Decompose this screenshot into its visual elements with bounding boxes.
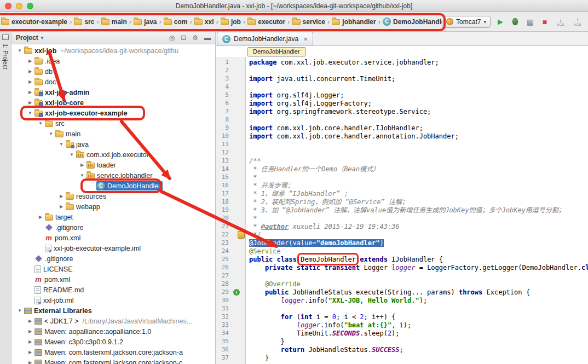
collapsed-arrow-icon[interactable]: ▶: [26, 100, 34, 105]
tree-row[interactable]: ▶resources: [11, 191, 215, 201]
tree-row[interactable]: CDemoJobHandler: [11, 181, 215, 191]
tree-row[interactable]: ▶doc: [11, 77, 215, 87]
code-line[interactable]: public JobHandleStatus execute(String...…: [249, 288, 588, 297]
tree-item[interactable]: main: [55, 130, 83, 138]
code-line[interactable]: [249, 141, 588, 149]
chevron-down-icon[interactable]: ▾: [41, 35, 44, 41]
breadcrumb-item[interactable]: executor: [247, 18, 285, 26]
expanded-arrow-icon[interactable]: ▼: [68, 152, 76, 157]
code-line[interactable]: logger.info("XXL-JOB, Hello World.");: [249, 297, 588, 305]
tree-row[interactable]: README.md: [11, 285, 215, 295]
tree-item[interactable]: Maven: com.fasterxml.jackson.core:jackso…: [34, 359, 185, 364]
breadcrumb-item[interactable]: src: [74, 18, 94, 26]
tree-item[interactable]: Maven: aopalliance:aopalliance:1.0: [34, 327, 153, 336]
code-line[interactable]: [249, 67, 588, 75]
breadcrumb-item[interactable]: executor-example: [1, 18, 67, 26]
code-line[interactable]: *: [249, 215, 588, 223]
code-line[interactable]: [249, 116, 588, 124]
code-line[interactable]: import com.xxl.job.core.handler.IJobHand…: [249, 124, 588, 132]
tab-close-icon[interactable]: ✕: [303, 36, 308, 42]
code-line[interactable]: logger.info("beat at:{}", i);: [249, 321, 588, 330]
code-line[interactable]: [249, 272, 588, 280]
tree-row[interactable]: .gitignore: [11, 222, 215, 233]
expanded-arrow-icon[interactable]: ▼: [47, 131, 55, 136]
tree-row[interactable]: ▼src: [11, 118, 215, 129]
code-line[interactable]: public class DemoJobHandler extends IJob…: [249, 256, 588, 264]
run-config-select[interactable]: Tomcat7 ▾: [442, 16, 491, 28]
tree-item[interactable]: resources: [65, 192, 108, 201]
collapsed-arrow-icon[interactable]: ▶: [26, 360, 34, 364]
tree-row[interactable]: ▶loader: [11, 160, 215, 170]
breadcrumb-item[interactable]: main: [101, 18, 127, 26]
collapsed-arrow-icon[interactable]: ▶: [26, 329, 34, 334]
project-view-title[interactable]: Project: [16, 34, 38, 42]
tree-row[interactable]: ▼java: [11, 139, 215, 149]
tree-row[interactable]: ▶xxl-job-admin: [11, 87, 215, 97]
tree-item[interactable]: External Libraries: [24, 307, 94, 315]
tree-item[interactable]: xxl-job-admin: [34, 88, 91, 97]
code-line[interactable]: return JobHandleStatus.SUCCESS;: [249, 346, 588, 354]
code-line[interactable]: * 2、装配到Spring，例如加 “@Service” 注解；: [249, 198, 588, 206]
breadcrumb-item[interactable]: xxl: [194, 18, 214, 26]
tree-item[interactable]: < JDK1.7 >/Library/Java/JavaVirtualMachi…: [34, 317, 194, 326]
breadcrumb-item[interactable]: java: [134, 18, 157, 26]
tree-row[interactable]: ▶Maven: com.fasterxml.jackson.core:jacks…: [11, 347, 215, 357]
tree-row[interactable]: ▼main: [11, 129, 215, 139]
tree-item[interactable]: java: [65, 140, 91, 149]
tree-row[interactable]: ▶Maven: aopalliance:aopalliance:1.0: [11, 326, 215, 337]
run-button[interactable]: ▶: [495, 17, 505, 27]
window-zoom-button[interactable]: [27, 3, 33, 9]
tree-row[interactable]: ▼External Libraries: [11, 305, 215, 316]
code-line[interactable]: package com.xxl.job.executor.service.job…: [249, 59, 588, 67]
code-line[interactable]: import org.springframework.stereotype.Se…: [249, 108, 588, 116]
tree-row[interactable]: ▶Maven: c3p0:c3p0:0.9.1.2: [11, 337, 215, 347]
project-tool-window-icon[interactable]: [2, 34, 9, 40]
expanded-arrow-icon[interactable]: ▼: [16, 308, 24, 313]
expanded-arrow-icon[interactable]: ▼: [78, 173, 86, 178]
collapsed-arrow-icon[interactable]: ▶: [26, 69, 34, 74]
collapsed-arrow-icon[interactable]: ▶: [37, 215, 44, 219]
code-line[interactable]: @Override: [249, 280, 588, 288]
tree-item[interactable]: CDemoJobHandler: [96, 181, 163, 190]
tree-row[interactable]: ▶xxl-job-core: [11, 97, 215, 108]
code-line[interactable]: import java.util.concurrent.TimeUnit;: [249, 75, 588, 83]
collapsed-arrow-icon[interactable]: ▶: [26, 59, 34, 63]
window-minimize-button[interactable]: [16, 3, 22, 9]
tree-row[interactable]: mpom.xml: [11, 233, 215, 243]
code-line[interactable]: * 任务Handler的一个Demo（Bean模式）: [249, 165, 588, 174]
tree-row[interactable]: ▶target: [11, 212, 215, 222]
stop-button[interactable]: ■: [540, 17, 550, 27]
code-line[interactable]: import org.slf4j.LoggerFactory;: [249, 100, 588, 108]
tree-item[interactable]: target: [44, 213, 75, 222]
tree-item[interactable]: xxl-job.iml: [34, 296, 76, 305]
tree-item[interactable]: xxl-job~/workspaces/idea-git-workspace/g…: [24, 47, 181, 55]
expanded-arrow-icon[interactable]: ▼: [37, 121, 44, 126]
code-line[interactable]: private static transient Logger logger =…: [249, 264, 588, 272]
tree-item[interactable]: xxl-job-executor-example.iml: [44, 244, 143, 253]
tree-row[interactable]: mpom.xml: [11, 274, 215, 285]
collapsed-arrow-icon[interactable]: ▶: [26, 79, 34, 84]
code-line[interactable]: for (int i = 0; i < 2; i++) {: [249, 313, 588, 321]
collapsed-arrow-icon[interactable]: ▶: [78, 163, 86, 167]
collapse-all-icon[interactable]: ⊟: [181, 34, 186, 42]
tree-item[interactable]: Maven: c3p0:c3p0:0.9.1.2: [34, 338, 125, 346]
tree-row[interactable]: xxl-job.iml: [11, 295, 215, 305]
collapsed-arrow-icon[interactable]: ▶: [57, 194, 65, 199]
code-line[interactable]: /**: [249, 157, 588, 165]
code-line[interactable]: * 3、加 “@JobHander” 注解，注解value值为新增任务生成的Jo…: [249, 206, 588, 215]
code-line[interactable]: @Service: [249, 247, 588, 256]
tree-row[interactable]: LICENSE: [11, 264, 215, 274]
tree-row[interactable]: ▼service.jobhandler: [11, 170, 215, 181]
code-line[interactable]: }: [249, 338, 588, 346]
vcs-commit-button[interactable]: ↑VCS: [572, 17, 584, 26]
coverage-button[interactable]: ▦: [525, 17, 535, 27]
tree-item[interactable]: xxl-job-executor-example: [34, 109, 130, 118]
tree-row[interactable]: ▶.idea: [11, 56, 215, 66]
code-line[interactable]: TimeUnit.SECONDS.sleep(2);: [249, 330, 588, 338]
tree-item[interactable]: xxl-job-core: [34, 99, 86, 107]
tree-item[interactable]: .idea: [34, 57, 62, 66]
code-line[interactable]: }: [249, 354, 588, 362]
breadcrumb-item[interactable]: CDemoJobHandler: [383, 18, 442, 26]
tree-row[interactable]: ▶< JDK1.7 >/Library/Java/JavaVirtualMach…: [11, 316, 215, 326]
debug-button[interactable]: [510, 17, 520, 27]
